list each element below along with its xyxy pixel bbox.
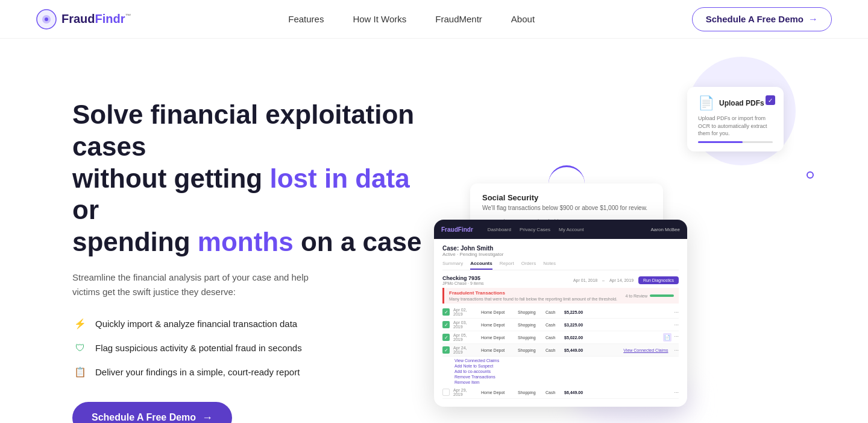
svg-point-2 — [45, 17, 48, 21]
hero-subtext: Streamline the financial analysis part o… — [72, 270, 326, 299]
cta-arrow-icon: → — [202, 412, 213, 423]
dash-tab-summary[interactable]: Summary — [442, 261, 463, 270]
dash-tab-accounts[interactable]: Accounts — [470, 261, 492, 270]
expand-actions: View Connected Claims Add Note to Suspec… — [442, 357, 679, 386]
dashboard-nav: FraudFindr Dashboard Privacy Cases My Ac… — [434, 220, 687, 239]
upload-checkbox: ✓ — [766, 95, 775, 105]
row-checkbox[interactable]: ✓ — [442, 321, 450, 328]
dashboard-mockup: FraudFindr Dashboard Privacy Cases My Ac… — [434, 220, 687, 407]
dash-account-sub: JPMo Chase · 9 items — [442, 281, 483, 285]
hero-cta-button[interactable]: Schedule A Free Demo → — [72, 402, 232, 423]
features-list: ⚡ Quickly import & analyze financial tra… — [72, 316, 422, 380]
deco-dot — [807, 171, 814, 179]
nav-cta-arrow-icon: → — [808, 14, 818, 25]
hero-section: Solve financial exploitation cases witho… — [0, 39, 868, 423]
dash-tab-orders[interactable]: Orders — [521, 261, 536, 270]
dash-date-range: Apr 01, 2018 – Apr 14, 2019 Run Diagnost… — [573, 276, 679, 284]
brand-logo[interactable]: FraudFindr™ — [36, 9, 131, 30]
expand-action-5[interactable]: Remove Item — [454, 380, 679, 384]
upload-card-desc: Upload PDFs or import from OCR to automa… — [698, 115, 773, 138]
table-row: ✓ Apr 05, 2019 Home Depot Shopping Cash … — [442, 331, 679, 344]
upload-card: ✓ 📄 Upload PDFs Upload PDFs or import fr… — [687, 87, 784, 151]
table-row: ✓ Apr 03, 2019 Home Depot Shopping Cash … — [442, 319, 679, 331]
dash-section-header: Fraudulent Transactions Many transaction… — [442, 288, 679, 304]
navigation: FraudFindr™ Features How It Works FraudM… — [0, 0, 868, 39]
dash-account-title: Checking 7935 — [442, 275, 483, 281]
dash-tab-report[interactable]: Report — [500, 261, 514, 270]
dash-logo: FraudFindr — [441, 226, 473, 233]
dash-tab-notes[interactable]: Notes — [543, 261, 556, 270]
upload-file-icon: 📄 — [698, 95, 714, 111]
doc-icon[interactable]: 📄 — [663, 333, 671, 342]
table-row: Apr 29, 2019 Home Depot Shopping Cash $6… — [442, 386, 679, 399]
logo-trademark: ™ — [125, 13, 131, 19]
hero-content: Solve financial exploitation cases witho… — [72, 75, 422, 423]
feature-item-2: 📋 Deliver your findings in a simple, cou… — [72, 364, 422, 380]
dash-nav-user: Aaron McBee — [651, 227, 680, 232]
expand-action-2[interactable]: Add Note to Suspect — [454, 364, 679, 368]
feature-icon-1: 🛡 — [72, 340, 88, 356]
dash-account-header: Checking 7935 JPMo Chase · 9 items Apr 0… — [442, 275, 679, 285]
hero-illustration: ✓ 📄 Upload PDFs Upload PDFs or import fr… — [422, 75, 832, 401]
table-row: ✓ Apr 02, 2019 Home Depot Shopping Cash … — [442, 306, 679, 319]
nav-item-features[interactable]: Features — [288, 14, 324, 25]
dash-diag-btn[interactable]: Run Diagnostics — [638, 276, 679, 284]
row-checkbox-empty[interactable] — [442, 389, 450, 396]
nav-item-how-it-works[interactable]: How It Works — [353, 14, 406, 25]
feature-item-1: 🛡 Flag suspicious activity & potential f… — [72, 340, 422, 356]
row-checkbox[interactable]: ✓ — [442, 308, 450, 316]
hero-headline: Solve financial exploitation cases witho… — [72, 99, 422, 258]
row-checkbox[interactable]: ✓ — [442, 334, 450, 341]
expand-action-4[interactable]: Remove Transactions — [454, 375, 679, 379]
row-checkbox[interactable]: ✓ — [442, 346, 450, 354]
dash-section-title: Fraudulent Transactions — [449, 290, 617, 296]
expand-action-3[interactable]: Add to co-accounts — [454, 369, 679, 374]
social-card-title: Social Security — [482, 193, 651, 202]
row-actions: ··· — [674, 322, 679, 328]
row-actions: 📄 ··· — [663, 333, 679, 342]
expand-action-1[interactable]: View Connected Claims — [454, 358, 679, 363]
upload-progress-bar — [698, 141, 773, 143]
dash-tabs: Summary Accounts Report Orders Notes — [442, 261, 679, 270]
logo-icon — [36, 9, 57, 30]
nav-item-about[interactable]: About — [511, 14, 535, 25]
row-actions: ··· — [674, 309, 679, 315]
deco-arc — [549, 165, 585, 183]
upload-card-header: 📄 Upload PDFs — [698, 95, 773, 111]
social-card-desc: We'll flag transactions below $900 or ab… — [482, 205, 651, 211]
nav-cta-button[interactable]: Schedule A Free Demo → — [692, 7, 832, 31]
dash-section-desc: Many transactions that were found to fal… — [449, 297, 617, 301]
feature-icon-2: 📋 — [72, 364, 88, 380]
dash-section-count: 4 to Review — [625, 294, 674, 298]
dash-nav-items: Dashboard Privacy Cases My Account — [488, 227, 584, 232]
nav-item-fraudmentr[interactable]: FraudMentr — [435, 14, 482, 25]
upload-progress-fill — [698, 141, 743, 143]
nav-links: Features How It Works FraudMentr About — [288, 14, 535, 25]
upload-card-title: Upload PDFs — [719, 99, 764, 107]
logo-findr: Findr — [95, 12, 125, 25]
logo-fraud: Fraud — [61, 12, 95, 25]
feature-item-0: ⚡ Quickly import & analyze financial tra… — [72, 316, 422, 332]
dash-case-sub: Active · Pending Investigator — [442, 252, 679, 257]
dash-case-name: Case: John Smith — [442, 245, 679, 252]
table-row-expanded: ✓ Apr 24, 2019 Home Depot Shopping Cash … — [442, 344, 679, 357]
feature-icon-0: ⚡ — [72, 316, 88, 332]
illustration-container: ✓ 📄 Upload PDFs Upload PDFs or import fr… — [422, 75, 832, 401]
dash-progress-bar — [650, 294, 674, 297]
dashboard-body: Case: John Smith Active · Pending Invest… — [434, 239, 687, 405]
dash-transactions-table: ✓ Apr 02, 2019 Home Depot Shopping Cash … — [442, 306, 679, 399]
connected-claims-link[interactable]: View Connected Claims — [623, 348, 668, 352]
